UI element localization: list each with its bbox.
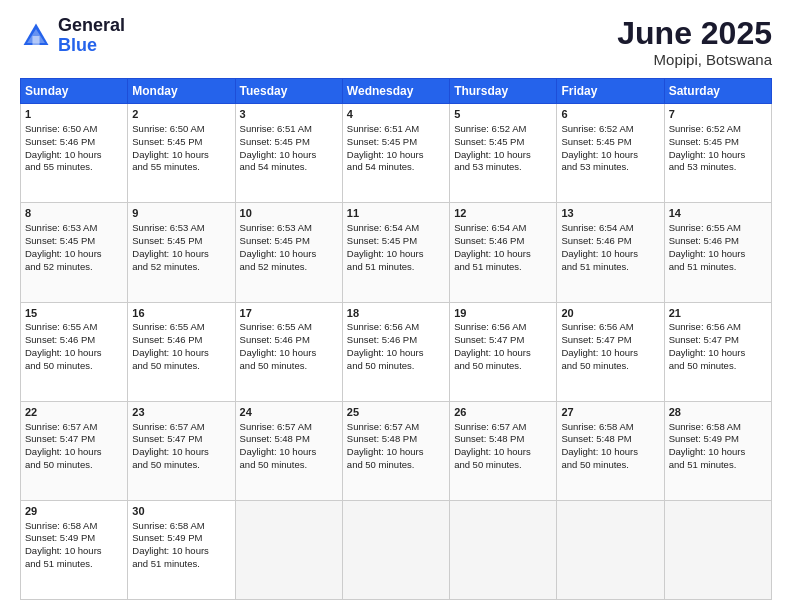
sunset-text: Sunset: 5:45 PM	[347, 235, 417, 246]
sunrise-text: Sunrise: 6:57 AM	[347, 421, 419, 432]
sunrise-text: Sunrise: 6:56 AM	[347, 321, 419, 332]
day-number: 30	[132, 504, 230, 519]
sunrise-text: Sunrise: 6:50 AM	[25, 123, 97, 134]
table-row: 11Sunrise: 6:54 AMSunset: 5:45 PMDayligh…	[342, 203, 449, 302]
table-row	[557, 500, 664, 599]
day-number: 16	[132, 306, 230, 321]
daylight-text: Daylight: 10 hoursand 50 minutes.	[132, 347, 209, 371]
table-row: 19Sunrise: 6:56 AMSunset: 5:47 PMDayligh…	[450, 302, 557, 401]
sunrise-text: Sunrise: 6:54 AM	[347, 222, 419, 233]
daylight-text: Daylight: 10 hoursand 50 minutes.	[240, 347, 317, 371]
sunset-text: Sunset: 5:45 PM	[132, 235, 202, 246]
daylight-text: Daylight: 10 hoursand 50 minutes.	[25, 446, 102, 470]
table-row: 13Sunrise: 6:54 AMSunset: 5:46 PMDayligh…	[557, 203, 664, 302]
sunset-text: Sunset: 5:45 PM	[240, 136, 310, 147]
day-number: 21	[669, 306, 767, 321]
month-title: June 2025	[617, 16, 772, 51]
col-saturday: Saturday	[664, 79, 771, 104]
sunset-text: Sunset: 5:47 PM	[25, 433, 95, 444]
table-row	[450, 500, 557, 599]
day-number: 28	[669, 405, 767, 420]
sunset-text: Sunset: 5:46 PM	[240, 334, 310, 345]
daylight-text: Daylight: 10 hoursand 51 minutes.	[347, 248, 424, 272]
day-number: 22	[25, 405, 123, 420]
sunset-text: Sunset: 5:45 PM	[669, 136, 739, 147]
table-row: 21Sunrise: 6:56 AMSunset: 5:47 PMDayligh…	[664, 302, 771, 401]
day-number: 23	[132, 405, 230, 420]
day-number: 13	[561, 206, 659, 221]
sunrise-text: Sunrise: 6:57 AM	[240, 421, 312, 432]
sunrise-text: Sunrise: 6:58 AM	[25, 520, 97, 531]
table-row: 6Sunrise: 6:52 AMSunset: 5:45 PMDaylight…	[557, 104, 664, 203]
sunrise-text: Sunrise: 6:52 AM	[669, 123, 741, 134]
location: Mopipi, Botswana	[617, 51, 772, 68]
table-row: 24Sunrise: 6:57 AMSunset: 5:48 PMDayligh…	[235, 401, 342, 500]
sunset-text: Sunset: 5:48 PM	[561, 433, 631, 444]
sunrise-text: Sunrise: 6:56 AM	[454, 321, 526, 332]
day-number: 18	[347, 306, 445, 321]
daylight-text: Daylight: 10 hoursand 54 minutes.	[347, 149, 424, 173]
table-row: 5Sunrise: 6:52 AMSunset: 5:45 PMDaylight…	[450, 104, 557, 203]
sunset-text: Sunset: 5:49 PM	[669, 433, 739, 444]
sunset-text: Sunset: 5:48 PM	[454, 433, 524, 444]
logo: General Blue	[20, 16, 125, 56]
table-row: 25Sunrise: 6:57 AMSunset: 5:48 PMDayligh…	[342, 401, 449, 500]
calendar-table: Sunday Monday Tuesday Wednesday Thursday…	[20, 78, 772, 600]
col-tuesday: Tuesday	[235, 79, 342, 104]
sunset-text: Sunset: 5:46 PM	[669, 235, 739, 246]
sunrise-text: Sunrise: 6:55 AM	[240, 321, 312, 332]
sunrise-text: Sunrise: 6:51 AM	[347, 123, 419, 134]
table-row: 14Sunrise: 6:55 AMSunset: 5:46 PMDayligh…	[664, 203, 771, 302]
table-row: 29Sunrise: 6:58 AMSunset: 5:49 PMDayligh…	[21, 500, 128, 599]
table-row: 10Sunrise: 6:53 AMSunset: 5:45 PMDayligh…	[235, 203, 342, 302]
daylight-text: Daylight: 10 hoursand 50 minutes.	[132, 446, 209, 470]
sunset-text: Sunset: 5:46 PM	[25, 334, 95, 345]
daylight-text: Daylight: 10 hoursand 52 minutes.	[240, 248, 317, 272]
calendar-week-1: 1Sunrise: 6:50 AMSunset: 5:46 PMDaylight…	[21, 104, 772, 203]
daylight-text: Daylight: 10 hoursand 50 minutes.	[347, 446, 424, 470]
daylight-text: Daylight: 10 hoursand 53 minutes.	[669, 149, 746, 173]
day-number: 1	[25, 107, 123, 122]
day-number: 10	[240, 206, 338, 221]
table-row: 1Sunrise: 6:50 AMSunset: 5:46 PMDaylight…	[21, 104, 128, 203]
svg-rect-2	[32, 36, 39, 45]
table-row: 23Sunrise: 6:57 AMSunset: 5:47 PMDayligh…	[128, 401, 235, 500]
table-row: 7Sunrise: 6:52 AMSunset: 5:45 PMDaylight…	[664, 104, 771, 203]
day-number: 29	[25, 504, 123, 519]
sunrise-text: Sunrise: 6:54 AM	[454, 222, 526, 233]
daylight-text: Daylight: 10 hoursand 50 minutes.	[454, 446, 531, 470]
daylight-text: Daylight: 10 hoursand 52 minutes.	[132, 248, 209, 272]
day-number: 8	[25, 206, 123, 221]
sunset-text: Sunset: 5:46 PM	[561, 235, 631, 246]
daylight-text: Daylight: 10 hoursand 51 minutes.	[561, 248, 638, 272]
col-thursday: Thursday	[450, 79, 557, 104]
calendar-header-row: Sunday Monday Tuesday Wednesday Thursday…	[21, 79, 772, 104]
table-row	[235, 500, 342, 599]
sunrise-text: Sunrise: 6:52 AM	[561, 123, 633, 134]
sunrise-text: Sunrise: 6:57 AM	[25, 421, 97, 432]
table-row: 26Sunrise: 6:57 AMSunset: 5:48 PMDayligh…	[450, 401, 557, 500]
sunrise-text: Sunrise: 6:53 AM	[132, 222, 204, 233]
day-number: 14	[669, 206, 767, 221]
logo-icon	[20, 20, 52, 52]
table-row: 8Sunrise: 6:53 AMSunset: 5:45 PMDaylight…	[21, 203, 128, 302]
daylight-text: Daylight: 10 hoursand 50 minutes.	[561, 446, 638, 470]
sunset-text: Sunset: 5:48 PM	[347, 433, 417, 444]
daylight-text: Daylight: 10 hoursand 55 minutes.	[25, 149, 102, 173]
sunset-text: Sunset: 5:49 PM	[25, 532, 95, 543]
daylight-text: Daylight: 10 hoursand 51 minutes.	[669, 446, 746, 470]
sunrise-text: Sunrise: 6:53 AM	[240, 222, 312, 233]
sunrise-text: Sunrise: 6:55 AM	[669, 222, 741, 233]
day-number: 20	[561, 306, 659, 321]
table-row: 15Sunrise: 6:55 AMSunset: 5:46 PMDayligh…	[21, 302, 128, 401]
sunrise-text: Sunrise: 6:56 AM	[561, 321, 633, 332]
day-number: 12	[454, 206, 552, 221]
table-row	[342, 500, 449, 599]
table-row: 28Sunrise: 6:58 AMSunset: 5:49 PMDayligh…	[664, 401, 771, 500]
daylight-text: Daylight: 10 hoursand 50 minutes.	[561, 347, 638, 371]
daylight-text: Daylight: 10 hoursand 51 minutes.	[25, 545, 102, 569]
daylight-text: Daylight: 10 hoursand 50 minutes.	[240, 446, 317, 470]
table-row: 4Sunrise: 6:51 AMSunset: 5:45 PMDaylight…	[342, 104, 449, 203]
day-number: 4	[347, 107, 445, 122]
day-number: 15	[25, 306, 123, 321]
